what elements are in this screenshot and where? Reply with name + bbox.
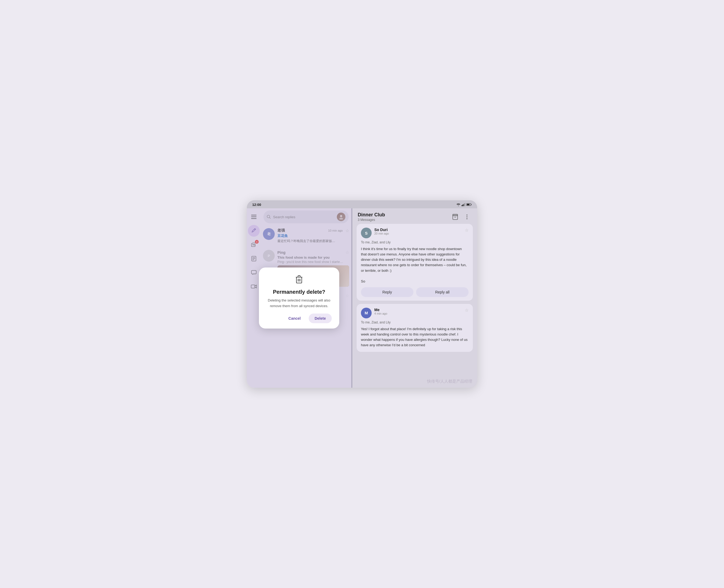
- dialog-title: Permanently delete?: [273, 289, 325, 295]
- archive-button[interactable]: [450, 212, 460, 222]
- svg-rect-6: [467, 204, 470, 205]
- email-time-1: 20 min ago: [374, 232, 462, 235]
- email-card-1: S So Duri 20 min ago ☆ To me, Ziad, and …: [357, 224, 473, 301]
- delete-button[interactable]: Delete: [309, 314, 332, 323]
- right-panel: Dinner Club 3 Messages: [353, 208, 477, 388]
- email-thread-count: 3 Messages: [358, 218, 448, 222]
- dialog-overlay: Permanently delete? Deleting the selecte…: [247, 208, 351, 388]
- svg-rect-3: [465, 203, 465, 206]
- more-icon: [466, 214, 468, 219]
- email-sender-info-1: So Duri 20 min ago: [374, 228, 462, 235]
- svg-point-34: [466, 218, 468, 219]
- cancel-button[interactable]: Cancel: [282, 314, 306, 323]
- dialog-actions: Cancel Delete: [267, 314, 332, 323]
- left-panel: 4: [247, 208, 351, 388]
- email-sender-name-2: Me: [374, 308, 462, 312]
- email-body-1: I think it's time for us to finally try …: [361, 246, 469, 284]
- email-card-header-1: S So Duri 20 min ago ☆: [361, 228, 469, 238]
- trash-icon: [295, 275, 303, 284]
- email-sender-info-2: Me 4 min ago: [374, 308, 462, 315]
- email-recipients-1: To me, Ziad, and Lily: [361, 240, 469, 244]
- status-time: 12:00: [252, 203, 261, 207]
- battery-icon: [466, 203, 472, 206]
- wifi-icon: [456, 203, 461, 206]
- email-star-2[interactable]: ☆: [465, 308, 469, 313]
- dialog-trash-icon: [295, 275, 303, 285]
- email-body-2: Yes! I forgot about that place! I'm defi…: [361, 327, 469, 348]
- status-bar: 12:00: [247, 200, 477, 208]
- svg-rect-1: [463, 204, 464, 206]
- email-avatar-1: S: [361, 228, 371, 238]
- app-body: 4: [247, 208, 477, 388]
- more-options-button[interactable]: [462, 212, 472, 222]
- email-recipients-2: To me, Ziad, and Lily: [361, 320, 469, 324]
- dialog-body: Deleting the selected messages will also…: [267, 298, 332, 309]
- svg-rect-2: [464, 204, 465, 206]
- svg-rect-25: [298, 275, 300, 277]
- email-thread-title-group: Dinner Club 3 Messages: [358, 212, 448, 222]
- email-time-2: 4 min ago: [374, 312, 462, 315]
- email-thread-header: Dinner Club 3 Messages: [353, 208, 477, 224]
- email-avatar-2: M: [361, 308, 371, 318]
- email-card-2: M Me 4 min ago ☆ To me, Ziad, and Lily Y…: [357, 304, 473, 352]
- svg-point-33: [466, 216, 468, 217]
- svg-rect-5: [471, 204, 471, 205]
- svg-rect-0: [462, 205, 463, 206]
- email-messages: S So Duri 20 min ago ☆ To me, Ziad, and …: [353, 224, 477, 388]
- delete-dialog: Permanently delete? Deleting the selecte…: [259, 268, 339, 328]
- email-star-1[interactable]: ☆: [465, 228, 469, 233]
- status-icons: [456, 203, 472, 206]
- reply-all-button[interactable]: Reply all: [416, 287, 469, 297]
- email-card-header-2: M Me 4 min ago ☆: [361, 308, 469, 318]
- reply-button[interactable]: Reply: [361, 287, 413, 297]
- email-actions-1: Reply Reply all: [361, 287, 469, 297]
- svg-point-32: [466, 214, 468, 215]
- email-thread-title: Dinner Club: [358, 212, 448, 218]
- signal-icon: [462, 203, 465, 206]
- email-sender-name-1: So Duri: [374, 228, 462, 232]
- device-frame: 12:00: [247, 200, 477, 388]
- archive-icon: [452, 214, 458, 220]
